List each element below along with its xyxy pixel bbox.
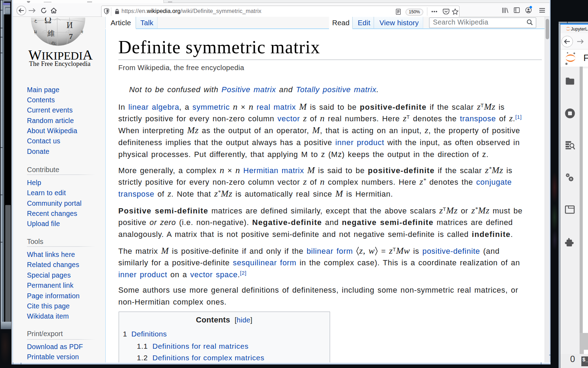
svg-text:7: 7 bbox=[69, 32, 73, 41]
svg-text:維: 維 bbox=[47, 29, 55, 38]
svg-text:И: И bbox=[66, 20, 73, 30]
svg-text:ม: ม bbox=[34, 29, 37, 34]
svg-text:ඇ: ඇ bbox=[51, 40, 56, 46]
svg-text:خ: خ bbox=[34, 18, 37, 23]
svg-text:Ω: Ω bbox=[44, 18, 51, 25]
svg-text:व: व bbox=[81, 30, 83, 34]
